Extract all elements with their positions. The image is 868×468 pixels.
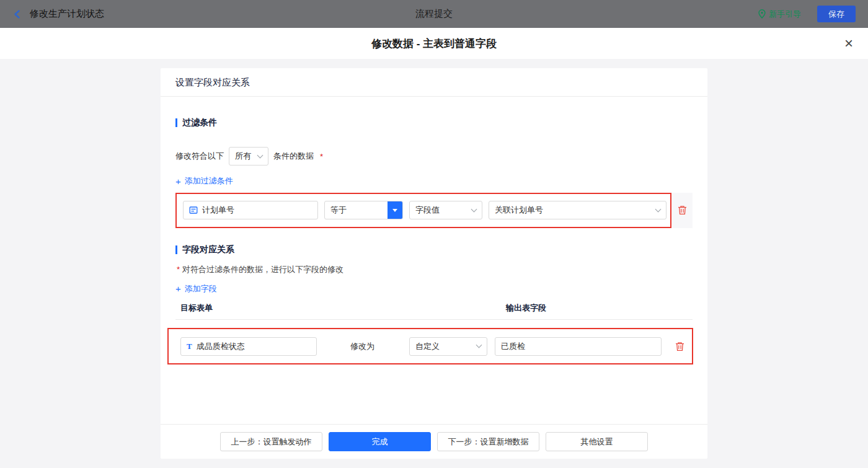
card-header-title: 设置字段对应关系 xyxy=(161,68,707,97)
operator-select[interactable]: 等于 xyxy=(324,201,403,219)
back-chevron-icon xyxy=(12,9,22,19)
back-icon[interactable] xyxy=(12,9,22,19)
filter-section-label: 过滤条件 xyxy=(182,117,217,128)
modal-header: 修改数据 - 主表到普通字段 × xyxy=(0,28,868,59)
modal-body: 设置字段对应关系 过滤条件 修改符合以下 所有 条件的数据 * + 添加过滤条件 xyxy=(0,59,868,468)
caret-down-icon xyxy=(392,209,397,212)
add-field-label: 添加字段 xyxy=(185,283,217,294)
field-mapping-highlight: T 成品质检状态 修改为 自定义 已质检 xyxy=(167,328,693,364)
modify-to-label: 修改为 xyxy=(350,341,374,352)
text-field-icon: T xyxy=(187,342,192,351)
condition-actions-zone xyxy=(671,193,693,228)
value-mode-value: 自定义 xyxy=(415,341,440,352)
plus-icon: + xyxy=(175,284,181,293)
mapping-description: * 对符合过滤条件的数据，进行以下字段的修改 xyxy=(175,264,693,275)
mapping-section-title: 字段对应关系 xyxy=(175,244,693,255)
output-value: 已质检 xyxy=(501,341,525,352)
match-suffix-label: 条件的数据 xyxy=(273,151,314,162)
section-bar-icon xyxy=(175,245,177,254)
add-field-link[interactable]: + 添加字段 xyxy=(175,283,217,294)
card-footer: 上一步：设置触发动作 完成 下一步：设置新增数据 其他设置 xyxy=(161,424,707,459)
output-field-column-header: 输出表字段 xyxy=(506,302,546,314)
section-bar-icon xyxy=(175,118,177,127)
compare-value-select[interactable]: 关联计划单号 xyxy=(489,201,666,219)
beginner-guide-link[interactable]: 新手引导 xyxy=(758,9,801,20)
target-field-input[interactable]: T 成品质检状态 xyxy=(180,337,317,356)
close-icon[interactable]: × xyxy=(844,36,853,51)
chevron-down-icon xyxy=(471,206,477,212)
required-mark: * xyxy=(177,265,180,274)
page-title: 修改生产计划状态 xyxy=(30,8,104,20)
match-prefix-label: 修改符合以下 xyxy=(175,151,224,162)
delete-mapping-button[interactable] xyxy=(675,342,684,351)
mapping-description-text: 对符合过滤条件的数据，进行以下字段的修改 xyxy=(182,264,343,275)
chevron-down-icon xyxy=(655,206,662,212)
modal-title: 修改数据 - 主表到普通字段 xyxy=(371,37,497,51)
filter-field-value: 计划单号 xyxy=(202,205,234,216)
settings-card: 设置字段对应关系 过滤条件 修改符合以下 所有 条件的数据 * + 添加过滤条件 xyxy=(161,68,707,459)
prev-step-button[interactable]: 上一步：设置触发动作 xyxy=(220,432,322,451)
other-settings-button[interactable]: 其他设置 xyxy=(546,432,648,451)
compare-value: 关联计划单号 xyxy=(495,205,543,216)
operator-value: 等于 xyxy=(325,205,388,216)
value-type-value: 字段值 xyxy=(415,205,440,216)
flow-submit-title: 流程提交 xyxy=(0,8,868,20)
mapping-table-header: 目标表单 输出表字段 xyxy=(175,302,693,320)
beginner-guide-label: 新手引导 xyxy=(769,9,801,20)
match-condition-row: 修改符合以下 所有 条件的数据 * xyxy=(175,147,693,166)
chevron-down-icon xyxy=(476,342,482,348)
filter-field-input[interactable]: 计划单号 xyxy=(183,201,318,219)
match-mode-value: 所有 xyxy=(235,151,251,162)
required-mark: * xyxy=(320,152,323,161)
add-filter-condition-label: 添加过滤条件 xyxy=(185,175,233,187)
value-mode-select[interactable]: 自定义 xyxy=(409,337,487,356)
value-type-select[interactable]: 字段值 xyxy=(409,201,482,219)
mapping-section-label: 字段对应关系 xyxy=(182,244,234,255)
topbar: 修改生产计划状态 流程提交 新手引导 保存 xyxy=(0,0,868,28)
chevron-down-icon xyxy=(257,152,264,158)
card-content: 过滤条件 修改符合以下 所有 条件的数据 * + 添加过滤条件 xyxy=(161,97,707,424)
match-mode-select[interactable]: 所有 xyxy=(229,147,268,166)
trash-icon xyxy=(678,205,687,215)
save-button[interactable]: 保存 xyxy=(817,6,856,22)
next-step-button[interactable]: 下一步：设置新增数据 xyxy=(437,432,539,451)
filter-condition-highlight: 计划单号 等于 字段值 关联计划单号 xyxy=(175,193,671,228)
location-pin-icon xyxy=(758,9,766,19)
operator-caret-button[interactable] xyxy=(388,201,402,219)
output-value-input[interactable]: 已质检 xyxy=(495,337,662,356)
delete-condition-button[interactable] xyxy=(678,205,687,215)
plus-icon: + xyxy=(175,177,181,186)
filter-condition-wrap: 计划单号 等于 字段值 关联计划单号 xyxy=(175,193,693,228)
add-filter-condition-link[interactable]: + 添加过滤条件 xyxy=(175,175,233,187)
trash-icon xyxy=(675,342,684,351)
filter-section-title: 过滤条件 xyxy=(175,117,693,128)
form-field-icon xyxy=(189,206,198,214)
done-button[interactable]: 完成 xyxy=(329,432,431,451)
target-field-value: 成品质检状态 xyxy=(197,341,245,352)
target-form-column-header: 目标表单 xyxy=(180,302,506,314)
